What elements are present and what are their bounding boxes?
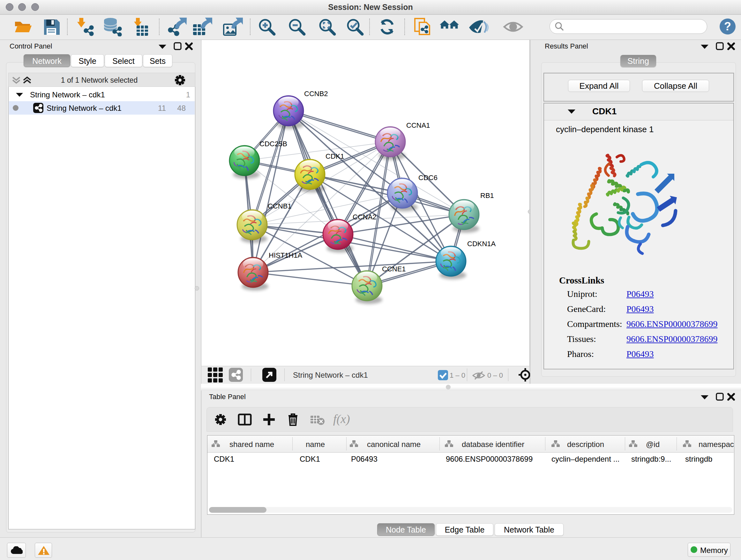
svg-text:CDC25B: CDC25B xyxy=(259,140,287,148)
svg-text:CCNB1: CCNB1 xyxy=(268,202,292,210)
svg-text:CCNB2: CCNB2 xyxy=(304,90,328,98)
svg-text:CCNA1: CCNA1 xyxy=(406,121,430,129)
svg-text:CDKN1A: CDKN1A xyxy=(467,240,496,248)
svg-text:?: ? xyxy=(724,20,731,33)
svg-text:CCNA2: CCNA2 xyxy=(353,213,377,221)
svg-text:CDC6: CDC6 xyxy=(418,174,437,182)
svg-text:HIST1H1A: HIST1H1A xyxy=(269,251,302,259)
svg-text:CCNE1: CCNE1 xyxy=(382,265,406,273)
svg-text:RB1: RB1 xyxy=(480,192,494,199)
svg-text:CDK1: CDK1 xyxy=(326,152,344,160)
